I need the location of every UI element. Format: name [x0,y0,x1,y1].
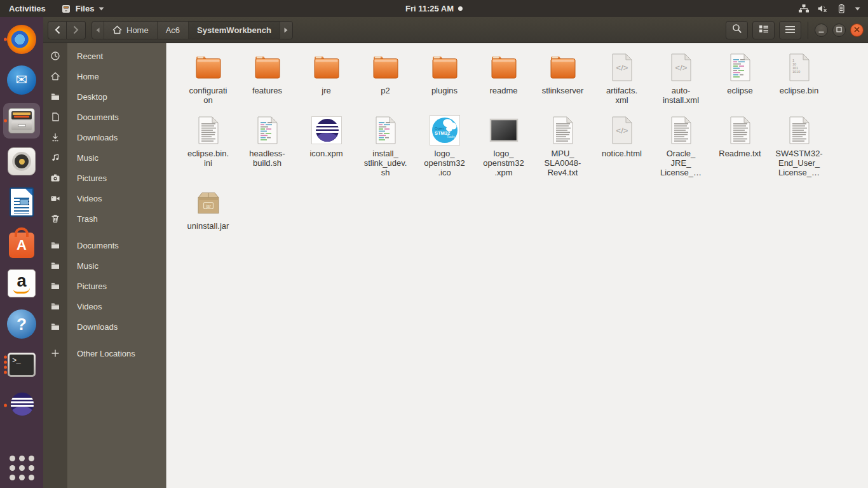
file-notice-html[interactable]: </>notice.html [592,115,651,177]
document-icon [43,112,67,122]
show-applications-button[interactable] [10,456,34,480]
dock-item-thunderbird[interactable]: ✉ [3,62,40,98]
back-button[interactable] [48,21,67,39]
sidebar-item-recent[interactable]: Recent [43,46,166,66]
folder-icon [489,52,519,83]
app-menu-button[interactable]: Files [55,0,111,17]
sidebar-item-label: Music [67,261,98,271]
file-eclipse-bin-ini[interactable]: eclipse.bin. ini [179,115,238,177]
file-configurati-on[interactable]: configurati on [179,52,238,105]
file-label: eclipse.bin. ini [187,149,229,168]
eclipse-icon [7,390,36,421]
activities-button[interactable]: Activities [0,0,55,17]
sidebar-item-pictures[interactable]: Pictures [43,168,166,188]
svg-text:</>: </> [616,126,628,135]
file-stlinkserver[interactable]: stlinkserver [533,52,592,105]
file-logo-openstm32-xpm[interactable]: logo_ openstm32 .xpm [474,115,533,177]
sidebar-item-desktop[interactable]: Desktop [43,86,166,107]
path-segment-home[interactable]: Home [104,22,158,39]
file-oracle-jre-license[interactable]: Oracle_ JRE_ License_… [651,115,710,177]
dock-item-eclipse[interactable] [3,388,40,423]
sidebar-item-trash[interactable]: Trash [43,208,166,229]
chevron-down-icon [98,7,104,11]
running-indicator [4,38,7,41]
dock-item-terminal[interactable]: >_ [3,347,40,383]
dock-item-files[interactable] [3,103,40,139]
path-scroll-left-icon[interactable] [92,22,104,39]
dock-item-ubuntu-software[interactable]: A [3,225,40,261]
file-plugins[interactable]: plugins [415,52,474,105]
text-icon [725,115,756,146]
file-mpu-sla0048-rev4-txt[interactable]: MPU_ SLA0048- Rev4.txt [533,115,592,177]
sidebar-item-music[interactable]: Music [43,255,166,276]
close-icon [853,24,860,36]
path-bar: HomeAc6SystemWorkbench [92,21,293,39]
file-sw4stm32-end-user-license[interactable]: SW4STM32- End_User_ License_… [770,115,829,177]
sidebar-item-documents[interactable]: Documents [43,107,166,127]
file-uninstall-jar[interactable]: jaruninstall.jar [179,187,238,231]
terminal-icon: >_ [8,353,36,377]
file-install-stlink-udev-sh[interactable]: install_ stlink_udev. sh [356,115,415,177]
dock-item-amazon[interactable]: a [3,266,40,301]
file-eclipse[interactable]: eclipse [710,52,770,105]
sidebar-item-label: Other Locations [67,349,135,358]
dock-item-rhythmbox[interactable] [3,144,40,179]
script-icon [252,115,283,146]
help-icon: ? [7,309,36,339]
dock-item-firefox[interactable] [3,22,40,57]
dock-item-help[interactable]: ? [3,306,40,342]
system-status-area[interactable] [798,0,868,17]
sidebar-item-music[interactable]: Music [43,147,166,168]
clock-button[interactable]: Fri 11:25 AM [405,4,463,13]
sidebar-item-downloads[interactable]: Downloads [43,127,166,147]
view-toggle-button[interactable] [752,21,775,39]
folder-icon [43,240,67,250]
file-eclipse-bin[interactable]: 1101011010eclipse.bin [770,52,829,105]
sidebar-item-documents[interactable]: Documents [43,235,166,255]
file-p2[interactable]: p2 [356,52,415,105]
sidebar-item-videos[interactable]: Videos [43,296,166,316]
sidebar-item-other-locations[interactable]: Other Locations [43,343,166,363]
path-scroll-right-icon[interactable] [280,22,292,39]
file-features[interactable]: features [238,52,297,105]
running-indicator [4,119,7,123]
libreoffice-writer-icon [10,187,34,217]
file-headless-build-sh[interactable]: headless- build.sh [238,115,297,177]
archive-jar-icon: jar [193,187,224,218]
file-auto-install-xml[interactable]: </>auto- install.xml [651,52,710,105]
folder-icon [193,52,224,83]
headerbar: HomeAc6SystemWorkbench [43,17,868,43]
file-jre[interactable]: jre [297,52,356,105]
close-button[interactable] [850,24,864,37]
home-icon [112,25,122,34]
forward-button[interactable] [67,21,86,39]
file-label: MPU_ SLA0048- Rev4.txt [545,149,581,177]
file-label: eclipse.bin [780,86,818,95]
sidebar-item-downloads[interactable]: Downloads [43,316,166,337]
download-icon [43,132,67,142]
file-readme[interactable]: readme [474,52,533,105]
maximize-button[interactable] [832,24,846,37]
file-view[interactable]: configurati on features jre p2 plugins r… [167,43,868,488]
text-icon [548,115,578,146]
sidebar-item-pictures[interactable]: Pictures [43,276,166,296]
file-label: stlinkserver [542,86,584,95]
network-icon [798,4,810,13]
window-menu-button[interactable] [779,21,801,39]
folder-icon [311,52,342,83]
sidebar-item-videos[interactable]: Videos [43,188,166,208]
svg-text:</>: </> [675,63,687,72]
search-button[interactable] [726,21,748,39]
file-label: configurati on [189,86,227,105]
path-segment-ac6[interactable]: Ac6 [158,22,189,39]
file-icon-xpm[interactable]: icon.xpm [297,115,356,177]
dock-item-libreoffice-writer[interactable] [3,184,40,220]
file-readme-txt[interactable]: Readme.txt [710,115,770,177]
ubuntu-software-icon: A [9,228,34,258]
path-segment-systemworkbench[interactable]: SystemWorkbench [189,22,280,39]
minimize-button[interactable] [815,24,828,37]
sidebar-item-home[interactable]: Home [43,66,166,86]
file-artifacts-xml[interactable]: </>artifacts. xml [592,52,651,105]
sidebar-item-label: Documents [67,241,119,250]
file-logo-openstm32-ico[interactable]: Open STM32 Toolslogo_ openstm32 .ico [415,115,474,177]
